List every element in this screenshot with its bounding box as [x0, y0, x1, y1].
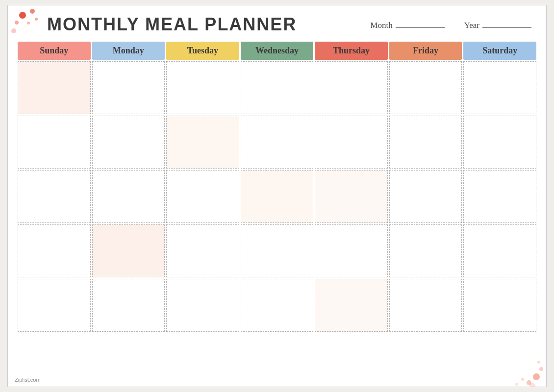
calendar-cell[interactable] [166, 116, 239, 169]
calendar-cell[interactable] [463, 224, 536, 277]
calendar-cell[interactable] [315, 116, 388, 169]
calendar-cell[interactable] [166, 61, 239, 114]
calendar-cell[interactable] [166, 224, 239, 277]
day-header-wednesday: Wednesday [241, 42, 314, 60]
calendar-cell[interactable] [92, 61, 165, 114]
calendar-cell[interactable] [389, 116, 462, 169]
calendar-cell[interactable] [315, 279, 388, 332]
calendar-cell[interactable] [18, 61, 91, 114]
calendar-cell[interactable] [463, 61, 536, 114]
month-label: Month [370, 21, 392, 30]
year-label: Year [464, 21, 479, 30]
day-headers-row: SundayMondayTuesdayWednesdayThursdayFrid… [18, 42, 536, 60]
calendar-cell[interactable] [241, 224, 314, 277]
svg-point-11 [515, 383, 518, 386]
calendar-cell[interactable] [241, 279, 314, 332]
svg-point-9 [521, 378, 524, 381]
calendar-cell[interactable] [241, 170, 314, 223]
svg-point-3 [27, 22, 30, 24]
calendar-cell[interactable] [241, 116, 314, 169]
calendar-cell[interactable] [18, 224, 91, 277]
day-header-friday: Friday [389, 42, 462, 60]
year-field: Year [464, 19, 531, 30]
svg-point-2 [15, 21, 19, 24]
planner-container: MONTHLY MEAL PLANNER Month Year SundayMo… [7, 5, 547, 387]
calendar-cell[interactable] [241, 61, 314, 114]
calendar-cell[interactable] [18, 279, 91, 332]
year-input-line[interactable] [482, 19, 531, 28]
svg-point-1 [30, 9, 35, 14]
calendar-cell[interactable] [92, 116, 165, 169]
calendar-cell[interactable] [166, 170, 239, 223]
day-header-sunday: Sunday [18, 42, 91, 60]
svg-point-8 [539, 367, 543, 371]
svg-point-12 [537, 361, 540, 364]
page-title: MONTHLY MEAL PLANNER [47, 14, 370, 35]
calendar-cell[interactable] [315, 61, 388, 114]
calendar-grid [18, 61, 536, 332]
month-input-line[interactable] [396, 19, 445, 28]
calendar-cell[interactable] [92, 170, 165, 223]
svg-point-5 [35, 18, 38, 21]
header-fields: Month Year [370, 19, 531, 30]
calendar-cell[interactable] [315, 170, 388, 223]
calendar-cell[interactable] [92, 279, 165, 332]
svg-point-6 [533, 373, 540, 380]
calendar-cell[interactable] [389, 224, 462, 277]
decorative-dots-topleft [8, 5, 47, 40]
calendar-cell[interactable] [463, 116, 536, 169]
calendar-cell[interactable] [389, 61, 462, 114]
calendar-cell[interactable] [92, 224, 165, 277]
calendar-cell[interactable] [18, 116, 91, 169]
calendar-cell[interactable] [389, 170, 462, 223]
day-header-monday: Monday [92, 42, 165, 60]
calendar-cell[interactable] [463, 170, 536, 223]
month-field: Month [370, 19, 444, 30]
day-header-saturday: Saturday [463, 42, 536, 60]
svg-point-4 [11, 28, 16, 33]
footer-attribution: Ziplist.com [15, 377, 41, 383]
calendar-cell[interactable] [389, 279, 462, 332]
calendar-cell[interactable] [18, 170, 91, 223]
calendar-cell[interactable] [315, 224, 388, 277]
calendar-cell[interactable] [166, 279, 239, 332]
day-header-thursday: Thursday [315, 42, 388, 60]
calendar-cell[interactable] [463, 279, 536, 332]
svg-point-0 [19, 12, 26, 19]
day-header-tuesday: Tuesday [166, 42, 239, 60]
header: MONTHLY MEAL PLANNER Month Year [18, 14, 536, 35]
decorative-dots-bottomright [502, 347, 546, 387]
